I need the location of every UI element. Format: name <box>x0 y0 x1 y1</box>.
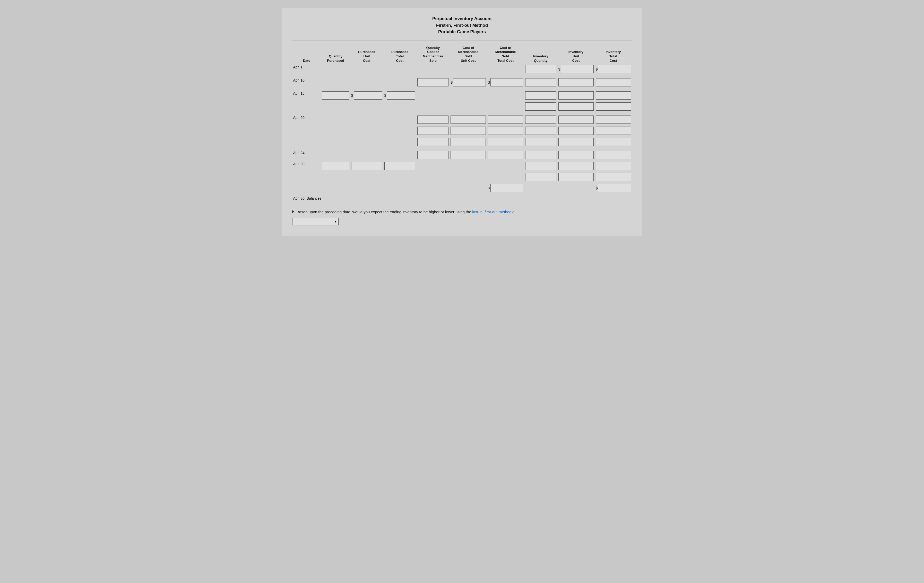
cell-apr20b-sold-unit <box>449 125 487 137</box>
input-apr20-inv-total[interactable] <box>596 115 631 124</box>
input-apr24-sold-unit[interactable] <box>450 151 486 159</box>
cell-apr20-pur-unit <box>350 114 383 125</box>
cell-apr20-qty-purchased <box>321 114 350 125</box>
input-apr20b-inv-qty[interactable] <box>525 127 556 135</box>
input-apr15-pur-unit[interactable] <box>354 91 382 100</box>
input-apr20b-qty-sold[interactable] <box>417 127 449 135</box>
cell-extra1-qty-sold <box>416 172 449 183</box>
cell-apr15b-date <box>292 101 321 112</box>
section-b-label: b. <box>292 210 295 214</box>
input-apr15b-inv-qty[interactable] <box>525 102 556 110</box>
input-apr24-inv-unit[interactable] <box>558 151 594 159</box>
header-qty-purchased: QuantityPurchased <box>321 45 350 64</box>
cell-extra1-inv-unit <box>558 172 595 183</box>
input-apr10-inv-unit[interactable] <box>558 78 594 86</box>
date-apr15: Apr. 15 <box>292 90 321 101</box>
input-apr20c-inv-total[interactable] <box>596 138 631 146</box>
input-apr20c-qty-sold[interactable] <box>417 138 449 146</box>
section-b-highlight: last-in, first-out method? <box>472 210 514 214</box>
input-apr20c-inv-unit[interactable] <box>558 138 594 146</box>
cell-apr20c-inv-total <box>595 137 632 148</box>
input-apr24-inv-total[interactable] <box>596 151 631 159</box>
input-apr10-inv-qty[interactable] <box>525 78 556 86</box>
cell-apr20-inv-unit <box>558 114 595 125</box>
input-apr20-inv-unit[interactable] <box>558 115 594 124</box>
input-extra2-sold-total[interactable] <box>490 184 523 192</box>
input-apr15-inv-unit[interactable] <box>558 91 594 100</box>
input-apr20c-sold-unit[interactable] <box>450 138 486 146</box>
input-apr20c-inv-qty[interactable] <box>525 138 556 146</box>
input-apr15-inv-qty[interactable] <box>525 91 556 100</box>
cell-apr1-qty-sold <box>416 64 449 75</box>
cell-apr24-inv-total <box>595 150 632 161</box>
input-apr15-pur-total[interactable] <box>387 91 415 100</box>
input-apr20b-inv-total[interactable] <box>596 127 631 135</box>
input-apr20b-sold-unit[interactable] <box>450 127 486 135</box>
input-apr30-qty-purchased[interactable] <box>322 162 349 170</box>
input-apr20b-inv-unit[interactable] <box>558 127 594 135</box>
input-extra1-inv-unit[interactable] <box>558 173 594 181</box>
cell-apr15-sold-unit <box>449 90 487 101</box>
cell-apr24-inv-qty <box>524 150 558 161</box>
input-apr20-inv-qty[interactable] <box>525 115 556 124</box>
input-apr1-inv-unit[interactable] <box>561 65 594 73</box>
answer-dropdown[interactable]: ▼ <box>292 217 338 226</box>
table-row: Apr. 15 $ $ <box>292 90 632 101</box>
dropdown-wrapper: ▼ <box>292 217 338 226</box>
input-apr10-inv-total[interactable] <box>596 78 631 86</box>
input-apr15b-inv-unit[interactable] <box>558 102 594 110</box>
input-apr30-inv-unit[interactable] <box>558 162 594 170</box>
cell-apr24-pur-total <box>383 150 417 161</box>
table-row: Apr. 20 <box>292 114 632 125</box>
input-apr24-sold-total[interactable] <box>488 151 523 159</box>
input-apr15-qty-purchased[interactable] <box>322 91 349 100</box>
cell-apr15-inv-qty <box>524 90 558 101</box>
input-apr10-qty-sold[interactable] <box>417 78 449 86</box>
input-apr20-sold-total[interactable] <box>488 115 523 124</box>
table-row: Apr. 10 $ $ <box>292 77 632 88</box>
input-apr10-sold-unit[interactable] <box>453 78 486 86</box>
dollar-apr10-sold-total: $ <box>488 80 490 84</box>
cell-extra1-sold-total <box>487 172 524 183</box>
input-apr10-sold-total[interactable] <box>490 78 523 86</box>
cell-extra1-date <box>292 172 321 183</box>
table-row-balances: Apr. 30 Balances <box>292 195 632 201</box>
input-apr20b-sold-total[interactable] <box>488 127 523 135</box>
cell-apr20c-inv-unit <box>558 137 595 148</box>
cell-extra1-inv-qty <box>524 172 558 183</box>
input-extra2-inv-total[interactable] <box>598 184 631 192</box>
cell-apr20-inv-total <box>595 114 632 125</box>
input-extra1-inv-total[interactable] <box>596 173 631 181</box>
input-apr1-inv-total[interactable] <box>598 65 631 73</box>
cell-apr20-sold-unit <box>449 114 487 125</box>
cell-bal-pur-total <box>383 195 417 201</box>
input-apr20-sold-unit[interactable] <box>450 115 486 124</box>
input-apr15-inv-total[interactable] <box>596 91 631 100</box>
input-apr15b-inv-total[interactable] <box>596 102 631 110</box>
cell-apr30-qty-sold <box>416 161 449 172</box>
cell-apr15b-inv-unit <box>558 101 595 112</box>
cell-apr1-pur-unit <box>350 64 383 75</box>
page: Perpetual Inventory Account First-in, Fi… <box>282 8 642 236</box>
title-divider <box>292 40 632 40</box>
section-b: b. Based upon the preceding data, would … <box>292 209 632 226</box>
header-merch-sold-total: Cost ofMerchandiseSoldTotal Cost <box>487 45 524 64</box>
input-apr24-qty-sold[interactable] <box>417 151 449 159</box>
cell-apr30-pur-total <box>383 161 417 172</box>
table-row: Apr. 24 <box>292 150 632 161</box>
input-apr30-inv-total[interactable] <box>596 162 631 170</box>
date-apr10: Apr. 10 <box>292 77 321 88</box>
input-apr30-pur-unit[interactable] <box>351 162 382 170</box>
date-apr1: Apr. 1 <box>292 64 321 75</box>
input-apr30-pur-total[interactable] <box>384 162 416 170</box>
cell-apr20b-qty-sold <box>416 125 449 137</box>
input-apr1-inv-qty[interactable] <box>525 65 556 73</box>
input-extra1-inv-qty[interactable] <box>525 173 556 181</box>
cell-extra1-qty-purchased <box>321 172 350 183</box>
input-apr20c-sold-total[interactable] <box>488 138 523 146</box>
cell-apr20b-sold-total <box>487 125 524 137</box>
input-apr30-inv-qty[interactable] <box>525 162 556 170</box>
input-apr24-inv-qty[interactable] <box>525 151 556 159</box>
cell-apr1-qty-purchased <box>321 64 350 75</box>
input-apr20-qty-sold[interactable] <box>417 115 449 124</box>
